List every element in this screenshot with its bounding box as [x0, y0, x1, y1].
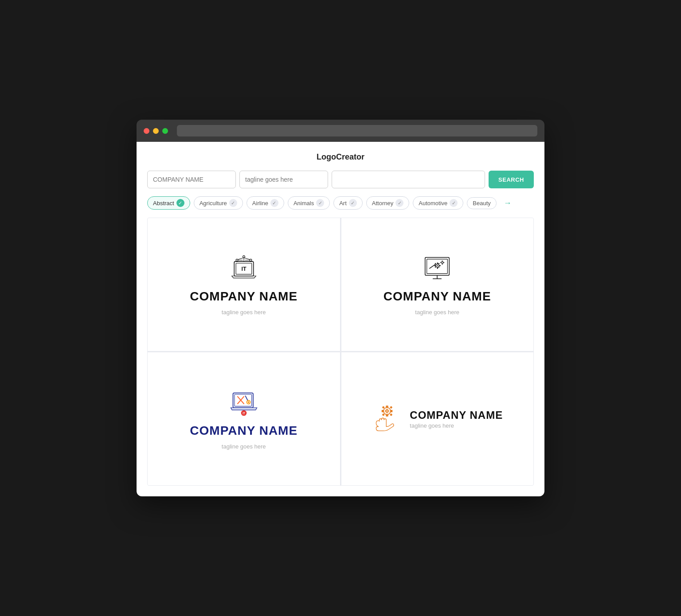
- logo-card-2[interactable]: COMPANY NAME tagline goes here: [341, 218, 534, 351]
- svg-rect-43: [386, 405, 388, 407]
- svg-rect-45: [382, 410, 384, 412]
- filter-chip-agriculture[interactable]: Agriculture ✓: [194, 196, 243, 210]
- svg-point-2: [250, 259, 252, 261]
- filter-chip-art[interactable]: Art ✓: [333, 196, 363, 210]
- svg-rect-18: [439, 265, 441, 266]
- filter-check-airline: ✓: [270, 199, 278, 207]
- filter-check-abstract: ✓: [176, 199, 184, 207]
- logo-inner-4: COMPANY NAME tagline goes here: [372, 403, 503, 434]
- svg-rect-25: [442, 261, 443, 261]
- filter-check-agriculture: ✓: [229, 199, 237, 207]
- filter-check-attorney: ✓: [395, 199, 403, 207]
- filter-next-button[interactable]: →: [500, 197, 515, 210]
- svg-point-24: [442, 262, 443, 263]
- filter-label-agriculture: Agriculture: [200, 200, 227, 207]
- app-container: LogoCreator SEARCH Abstract ✓ Agricultur…: [137, 142, 544, 496]
- svg-rect-46: [391, 410, 392, 412]
- logo-card-4[interactable]: COMPANY NAME tagline goes here: [341, 352, 534, 485]
- svg-line-4: [244, 257, 250, 259]
- svg-point-14: [437, 265, 438, 266]
- filter-label-art: Art: [339, 200, 347, 207]
- logo-1-company: COMPANY NAME: [190, 289, 297, 304]
- filter-label-airline: Airline: [252, 200, 268, 207]
- svg-rect-17: [434, 265, 436, 266]
- filter-chip-airline[interactable]: Airline ✓: [247, 196, 284, 210]
- filter-label-abstract: Abstract: [153, 200, 174, 207]
- filter-label-automotive: Automotive: [419, 200, 447, 207]
- svg-rect-15: [437, 262, 438, 264]
- svg-rect-11: [425, 257, 449, 275]
- logo-3-company: COMPANY NAME: [190, 424, 297, 438]
- logo-card-1[interactable]: IT COMPANY NAME tagline goes here: [148, 218, 340, 351]
- filter-check-animals: ✓: [316, 199, 324, 207]
- svg-rect-12: [427, 259, 448, 273]
- filter-chip-animals[interactable]: Animals ✓: [288, 196, 330, 210]
- tagline-input[interactable]: [239, 171, 328, 188]
- svg-rect-27: [441, 262, 442, 263]
- svg-point-37: [246, 400, 250, 404]
- filter-label-animals: Animals: [294, 200, 314, 207]
- minimize-dot[interactable]: [153, 128, 159, 134]
- gear-hand-icon: [372, 403, 403, 434]
- logo-4-tagline: tagline goes here: [410, 422, 503, 429]
- logo-1-tagline: tagline goes here: [222, 309, 266, 316]
- filter-label-beauty: Beauty: [473, 200, 490, 207]
- svg-point-0: [243, 255, 245, 257]
- svg-rect-44: [386, 414, 388, 416]
- monitor-gear-icon: [419, 254, 455, 285]
- svg-rect-16: [437, 267, 438, 269]
- logo-2-company: COMPANY NAME: [384, 289, 491, 304]
- svg-text:IT: IT: [243, 411, 245, 414]
- svg-rect-48: [390, 406, 392, 409]
- close-dot[interactable]: [144, 128, 149, 134]
- browser-window: LogoCreator SEARCH Abstract ✓ Agricultur…: [137, 120, 544, 496]
- logo-card-3[interactable]: IT COMPANY NAME tagline goes here: [148, 352, 340, 485]
- svg-rect-22: [438, 266, 439, 267]
- company-name-input[interactable]: [147, 171, 236, 188]
- filter-chip-beauty[interactable]: Beauty: [467, 197, 496, 209]
- svg-rect-26: [442, 263, 443, 264]
- svg-line-29: [430, 264, 435, 268]
- svg-text:IT: IT: [241, 266, 246, 272]
- logo-inner-3: IT COMPANY NAME tagline goes here: [190, 388, 297, 450]
- search-bar: SEARCH: [147, 171, 534, 188]
- svg-point-1: [236, 259, 238, 261]
- maximize-dot[interactable]: [162, 128, 168, 134]
- search-button[interactable]: SEARCH: [489, 171, 534, 188]
- filter-chip-abstract[interactable]: Abstract ✓: [147, 196, 190, 210]
- logo-grid: IT COMPANY NAME tagline goes here: [147, 218, 534, 486]
- filter-check-art: ✓: [349, 199, 357, 207]
- extra-search-input[interactable]: [332, 171, 485, 188]
- address-bar[interactable]: [177, 125, 537, 136]
- filter-check-automotive: ✓: [450, 199, 458, 207]
- logo-4-text-group: COMPANY NAME tagline goes here: [410, 409, 503, 429]
- laptop-it-icon: IT: [226, 254, 262, 285]
- filter-bar: Abstract ✓ Agriculture ✓ Airline ✓ Anima…: [147, 196, 534, 210]
- svg-rect-28: [443, 262, 444, 263]
- logo-2-tagline: tagline goes here: [415, 309, 459, 316]
- svg-rect-50: [390, 413, 392, 416]
- filter-label-attorney: Attorney: [372, 200, 393, 207]
- filter-chip-automotive[interactable]: Automotive ✓: [413, 196, 463, 210]
- logo-inner-2: COMPANY NAME tagline goes here: [384, 254, 491, 316]
- logo-inner-1: IT COMPANY NAME tagline goes here: [190, 254, 297, 316]
- app-title: LogoCreator: [147, 152, 534, 162]
- svg-line-3: [238, 257, 244, 259]
- filter-chip-attorney[interactable]: Attorney ✓: [366, 196, 409, 210]
- browser-titlebar: [137, 120, 544, 142]
- logo-3-tagline: tagline goes here: [222, 443, 266, 450]
- shield-tools-icon: IT: [228, 388, 259, 419]
- logo-4-company: COMPANY NAME: [410, 409, 503, 421]
